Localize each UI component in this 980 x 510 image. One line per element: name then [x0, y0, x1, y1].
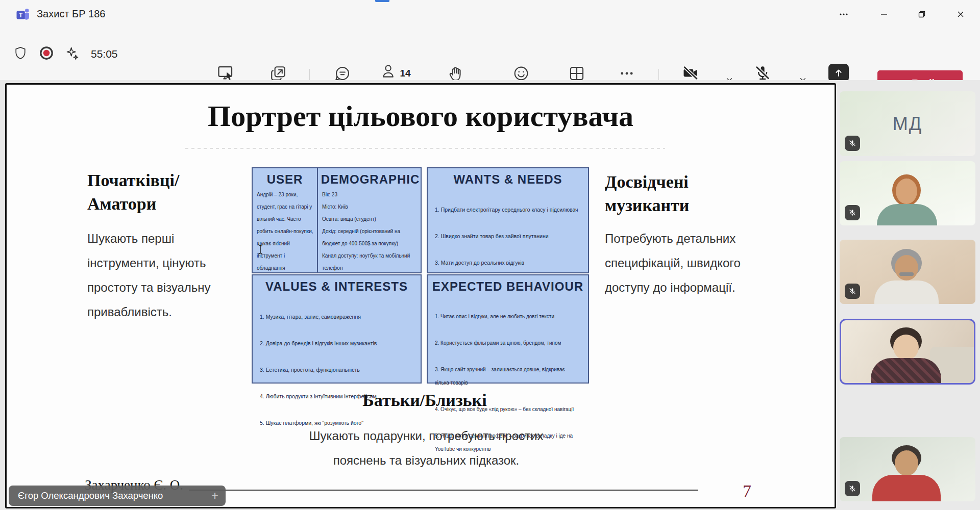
mic-off-icon — [729, 63, 796, 82]
segment-experienced-heading: Досвідчені музиканти — [605, 170, 689, 217]
video-tile-selected[interactable] — [840, 319, 975, 385]
wants-item: 3. Мати доступ до реальних відгуків — [435, 256, 583, 269]
expected-item: 2. Користується фільтрами за ціною, брен… — [435, 337, 583, 350]
expected-behaviour-box: EXPECTED BEHAVIOUR 1. Читає опис і відгу… — [427, 274, 589, 384]
wants-item: 1. Придбати електрогітару середнього кла… — [435, 203, 583, 216]
values-interests-box: VALUES & INTERESTS 1. Музика, гітара, за… — [252, 274, 422, 384]
presentation-slide: Портрет цільового користувача Початківці… — [5, 83, 836, 508]
teams-meeting-window: T Захист БР 186 — [0, 0, 980, 510]
text-cursor — [257, 244, 264, 257]
demographic-box-text: Вік: 23 Місто: Київ Освіта: вища (студен… — [318, 187, 423, 274]
title-underline — [185, 148, 665, 149]
mic-muted-badge — [845, 136, 860, 151]
raise-hand-icon — [423, 63, 489, 82]
recording-indicator-icon — [39, 45, 54, 63]
wants-needs-box: WANTS & NEEDS 1. Придбати електрогітару … — [427, 167, 589, 273]
expected-item: 1. Читає опис і відгуки, але не любить д… — [435, 310, 583, 323]
camera-off-icon — [657, 63, 724, 82]
user-box-title: USER — [253, 172, 317, 187]
close-button[interactable] — [949, 0, 972, 28]
segment-parents-heading: Батьки/Близькі — [255, 391, 595, 410]
mic-muted-badge — [845, 205, 860, 220]
footer-rule — [189, 490, 698, 491]
values-item: 1. Музика, гітара, запис, самовираження — [260, 310, 415, 323]
participants-count: 14 — [400, 68, 410, 79]
restore-button[interactable] — [910, 0, 934, 28]
segment-beginners-text: Шукають перші інструменти, цінують прост… — [87, 226, 211, 324]
user-demographic-box: USER Андрій – 23 роки, студент, грає на … — [252, 167, 422, 273]
values-item: 3. Естетика, простота, функціональність — [260, 363, 415, 376]
ellipsis-icon — [594, 63, 660, 82]
caption-pill[interactable]: Єгор Олександрович Захарченко + — [9, 486, 226, 506]
expected-behaviour-title: EXPECTED BEHAVIOUR — [428, 279, 588, 294]
wants-item: 2. Швидко знайти товар без зайвої плутан… — [435, 230, 583, 243]
segment-experienced-text: Потребують детальних специфікацій, швидк… — [605, 226, 741, 300]
segment-parents-text: Шукають подарунки, потребують простих по… — [248, 424, 605, 473]
video-tile[interactable] — [840, 437, 975, 501]
page-number: 7 — [743, 481, 751, 501]
participants-icon — [380, 63, 398, 82]
titlebar-more-button[interactable] — [832, 0, 855, 28]
share-icon — [828, 64, 849, 82]
video-tile[interactable] — [840, 240, 975, 304]
values-item: 2. Довіра до брендів і відгуків інших му… — [260, 337, 415, 350]
share-content-icon — [245, 63, 311, 82]
minimize-button[interactable] — [872, 0, 896, 28]
titlebar: T Захист БР 186 — [0, 0, 980, 28]
video-tile[interactable]: МД — [840, 91, 975, 156]
expected-item: 3. Якщо сайт зручний – залишається довше… — [435, 363, 583, 390]
caption-expand-button[interactable]: + — [211, 490, 218, 502]
svg-text:T: T — [19, 12, 23, 19]
caption-speaker-name: Єгор Олександрович Захарченко — [18, 490, 211, 501]
mic-muted-badge — [845, 481, 860, 496]
tab-indicator — [375, 0, 389, 2]
meeting-timer: 55:05 — [91, 48, 118, 60]
wants-needs-title: WANTS & NEEDS — [428, 172, 588, 187]
copilot-sparkle-icon[interactable] — [65, 46, 80, 62]
teams-logo-icon: T — [15, 7, 31, 22]
video-tile[interactable] — [840, 161, 975, 225]
mic-muted-badge — [845, 284, 860, 299]
security-shield-icon — [13, 46, 28, 62]
slide-title: Портрет цільового користувача — [7, 99, 835, 133]
window-title: Захист БР 186 — [37, 8, 105, 20]
demographic-box-title: DEMOGRAPHIC — [318, 172, 423, 187]
segment-beginners-heading: Початківці/ Аматори — [87, 169, 179, 216]
meeting-toolbar: 55:05 Управлять Контент — [0, 28, 980, 80]
values-interests-title: VALUES & INTERESTS — [253, 279, 421, 294]
